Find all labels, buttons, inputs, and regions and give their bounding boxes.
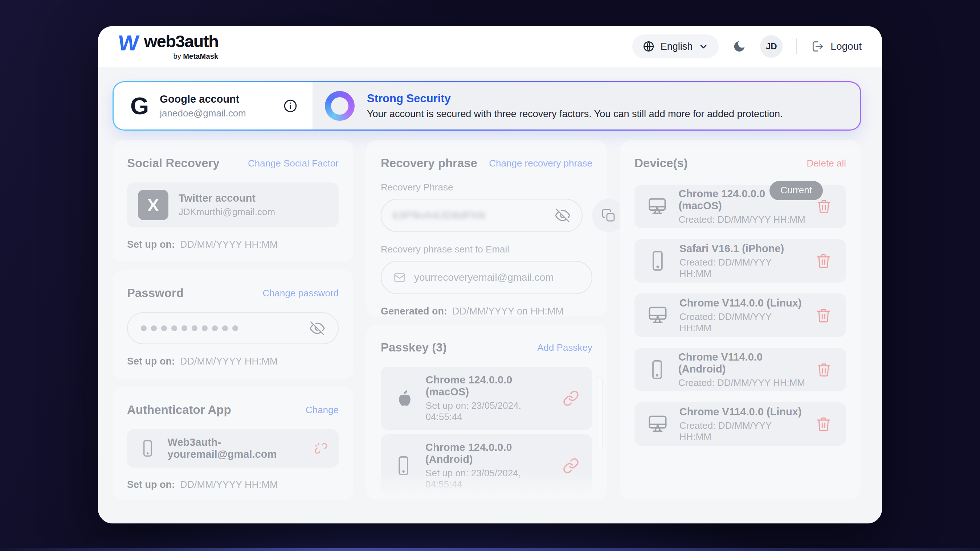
add-passkey-link[interactable]: Add Passkey [537, 342, 592, 353]
phone-icon [646, 249, 669, 272]
device-name: Chrome V114.0.0 (Linux) [679, 406, 806, 418]
setup-on-value: DD/MM/YYYY HH:MM [180, 356, 278, 367]
authenticator-account-row: Web3auth-youremail@gmal.com [127, 429, 339, 468]
security-status-description: Your account is secured with three recov… [367, 108, 783, 120]
recovery-email-field-label: Recovery phrase sent to Email [381, 244, 592, 255]
brand-wordmark: web3auth [144, 33, 218, 50]
recovery-phrase-masked-text: k3Pfkvh4JD8dFhN [393, 210, 486, 221]
recovery-phrase-field-label: Recovery Phrase [381, 182, 592, 193]
twitter-account-email: JDKmurthi@gmail.com [178, 206, 275, 218]
mobile-phone-icon [138, 437, 158, 460]
language-label: English [660, 41, 693, 52]
social-recovery-card: Social Recovery Change Social Factor X T… [113, 140, 353, 262]
google-logo: G [130, 94, 149, 118]
phone-icon [392, 454, 415, 477]
web3auth-logo: W web3auth by MetaMask [118, 33, 218, 60]
setup-on-value: DD/MM/YYYY HH:MM [180, 239, 278, 250]
desktop-icon [646, 413, 669, 436]
twitter-account-row: X Twitter account JDKmurthi@gmail.com [127, 183, 339, 227]
unlink-icon[interactable] [314, 440, 328, 457]
logout-label: Logout [830, 41, 862, 52]
web3auth-logo-icon: W [117, 33, 140, 53]
security-ring-icon [325, 91, 355, 121]
password-card: Password Change password Set up on: [113, 270, 353, 379]
authenticator-title: Authenticator App [127, 403, 231, 417]
social-recovery-title: Social Recovery [127, 156, 220, 170]
device-name: Chrome V114.0.0 (Android) [678, 351, 806, 375]
change-authenticator-link[interactable]: Change [305, 405, 339, 416]
trash-icon[interactable] [816, 307, 832, 323]
recovery-phrase-input[interactable]: k3Pfkvh4JD8dFhN [381, 199, 582, 232]
devices-title: Device(s) [635, 156, 688, 170]
security-status-title: Strong Security [367, 92, 783, 105]
logout-button[interactable]: Logout [811, 40, 862, 53]
account-title: Google account [160, 93, 246, 105]
device-meta: Created: DD/MM/YYY HH:MM [679, 420, 806, 443]
device-meta: Created: DD/MM/YYY HH:MM [679, 311, 806, 334]
app-body: G Google account janedoe@gmail.com Stron… [98, 67, 882, 524]
link-icon[interactable] [563, 457, 579, 474]
dark-mode-toggle-moon-icon[interactable] [732, 40, 746, 53]
app-header: W web3auth by MetaMask English JD [98, 26, 882, 67]
device-meta: Created: DD/MM/YYY HH:MM [679, 257, 806, 279]
link-icon[interactable] [563, 390, 579, 407]
generated-on-label: Generated on: [381, 306, 447, 317]
password-title: Password [127, 286, 184, 300]
device-row: Chrome V114.0.0 (Linux) Created: DD/MM/Y… [635, 294, 846, 337]
passkey-meta: Set up on: 23/05/2024, 04:55:44 [425, 468, 556, 490]
devices-list: Chrome 124.0.0.0 (macOS) Created: DD/MM/… [635, 185, 846, 446]
info-icon[interactable] [283, 98, 298, 114]
authenticator-account-label: Web3auth-youremail@gmal.com [168, 437, 304, 460]
copy-icon [601, 208, 616, 223]
desktop-icon [646, 303, 669, 327]
security-banner: G Google account janedoe@gmail.com Stron… [113, 81, 861, 130]
setup-on-value: DD/MM/YYYY HH:MM [180, 479, 278, 491]
account-email: janedoe@gmail.com [160, 108, 246, 119]
recovery-email-value: yourrecoveryemail@gmail.com [414, 272, 554, 283]
delete-all-link[interactable]: Delete all [807, 158, 846, 169]
header-controls: English JD Logout [632, 35, 862, 59]
trash-icon[interactable] [816, 362, 832, 378]
brand-byline: by MetaMask [173, 52, 218, 60]
passkey-name: Chrome 124.0.0.0 (macOS) [426, 374, 556, 398]
twitter-account-label: Twitter account [178, 192, 275, 204]
device-name: Chrome V114.0.0 (Linux) [679, 297, 806, 309]
device-name: Safari V16.1 (iPhone) [679, 243, 806, 255]
passkey-name: Chrome 124.0.0.0 (Android) [425, 441, 556, 465]
setup-on-label: Set up on: [127, 356, 175, 367]
apple-icon [392, 387, 415, 410]
passkey-row: Chrome 124.0.0.0 (macOS) Set up on: 23/0… [381, 367, 592, 430]
background-bottom-strip [0, 548, 980, 551]
change-password-link[interactable]: Change password [262, 287, 339, 299]
recovery-email-input[interactable]: yourrecoveryemail@gmail.com [381, 261, 592, 294]
passkey-title: Passkey (3) [381, 341, 447, 354]
change-social-factor-link[interactable]: Change Social Factor [248, 158, 339, 169]
user-avatar[interactable]: JD [760, 35, 783, 58]
language-selector[interactable]: English [632, 35, 719, 59]
authenticator-card: Authenticator App Change Web3auth-yourem… [113, 387, 353, 500]
trash-icon[interactable] [816, 253, 832, 269]
eye-off-icon[interactable] [310, 321, 325, 336]
device-row: Chrome V114.0.0 (Linux) Created: DD/MM/Y… [635, 402, 846, 446]
passkey-row: Chrome 124.0.0.0 (Android) Set up on: 23… [381, 434, 592, 497]
trash-icon[interactable] [816, 416, 832, 432]
chevron-down-icon [698, 41, 708, 51]
passkey-scrollbar[interactable] [597, 376, 603, 451]
app-window: W web3auth by MetaMask English JD [98, 26, 882, 524]
setup-on-label: Set up on: [127, 239, 175, 250]
eye-off-icon[interactable] [555, 208, 570, 223]
generated-on-value: DD/MM/YYYY on HH:MM [452, 306, 564, 317]
setup-on-label: Set up on: [127, 479, 175, 491]
change-recovery-phrase-link[interactable]: Change recovery phrase [489, 158, 592, 169]
recovery-phrase-card: Recovery phrase Change recovery phrase R… [366, 140, 607, 316]
passkey-meta: Set up on: 23/05/2024, 04:55:44 [426, 400, 556, 422]
envelope-icon [393, 271, 406, 284]
header-divider [796, 38, 797, 54]
device-row: Safari V16.1 (iPhone) Created: DD/MM/YYY… [635, 239, 846, 283]
password-masked-dots [141, 326, 238, 331]
passkey-card: Passkey (3) Add Passkey [366, 325, 607, 500]
twitter-x-icon: X [138, 190, 169, 220]
trash-icon[interactable] [816, 198, 832, 214]
password-field[interactable] [127, 312, 339, 344]
avatar-initials: JD [766, 41, 777, 51]
